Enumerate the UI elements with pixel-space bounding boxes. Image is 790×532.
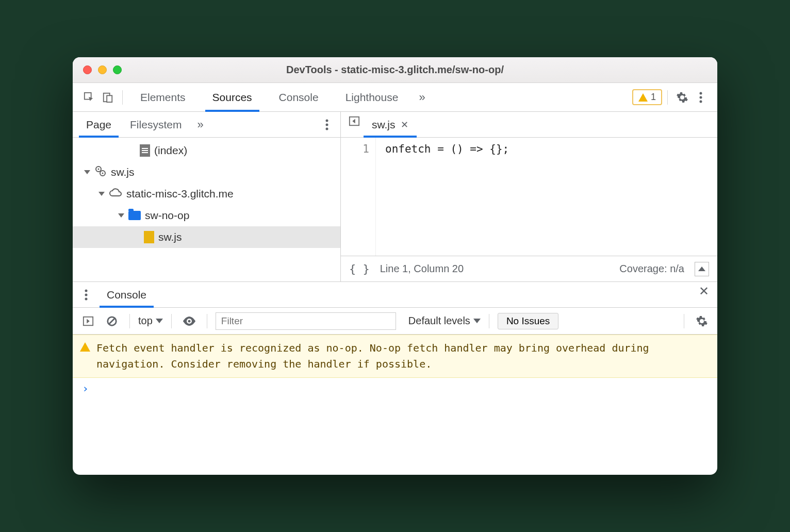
tree-label: sw.js bbox=[111, 166, 135, 178]
toggle-sidebar-icon[interactable] bbox=[79, 312, 97, 330]
svg-point-15 bbox=[85, 293, 88, 296]
coverage-label: Coverage: n/a bbox=[619, 263, 684, 275]
console-prompt[interactable]: › bbox=[73, 378, 717, 399]
devtools-window: DevTools - static-misc-3.glitch.me/sw-no… bbox=[73, 57, 717, 475]
editor-panel: sw.js ✕ 1 onfetch = () => {}; { } Line 1… bbox=[341, 112, 717, 281]
divider bbox=[171, 314, 172, 328]
svg-rect-2 bbox=[107, 95, 112, 102]
close-window-button[interactable] bbox=[83, 65, 92, 74]
tree-domain[interactable]: static-misc-3.glitch.me bbox=[73, 183, 340, 205]
dropdown-arrow-icon bbox=[156, 319, 163, 323]
js-file-icon bbox=[144, 231, 154, 243]
tree-label: sw.js bbox=[158, 231, 182, 243]
main-tabs: Elements Sources Console Lighthouse » bbox=[128, 83, 632, 111]
inspect-element-icon[interactable] bbox=[80, 88, 98, 107]
close-drawer-icon[interactable]: ✕ bbox=[695, 282, 713, 301]
warning-count: 1 bbox=[651, 92, 656, 103]
expand-arrow-icon[interactable] bbox=[84, 170, 90, 174]
document-icon bbox=[140, 144, 150, 157]
device-toolbar-icon[interactable] bbox=[98, 88, 117, 107]
console-toolbar: top Default levels No Issues bbox=[73, 308, 717, 335]
svg-point-7 bbox=[326, 123, 328, 126]
service-worker-icon bbox=[94, 165, 107, 180]
drawer-header: Console ✕ bbox=[73, 282, 717, 308]
main-toolbar: Elements Sources Console Lighthouse » 1 bbox=[73, 83, 717, 112]
zoom-window-button[interactable] bbox=[113, 65, 122, 74]
sources-panel: Page Filesystem » (index) bbox=[73, 112, 717, 282]
log-levels-selector[interactable]: Default levels bbox=[408, 315, 481, 327]
more-subtabs-button[interactable]: » bbox=[191, 112, 209, 137]
tab-elements[interactable]: Elements bbox=[128, 83, 198, 111]
console-warning-message[interactable]: Fetch event handler is recognized as no-… bbox=[73, 335, 717, 378]
svg-point-8 bbox=[326, 127, 328, 130]
more-options-icon[interactable] bbox=[692, 88, 710, 107]
svg-point-11 bbox=[98, 168, 100, 170]
cursor-position: Line 1, Column 20 bbox=[380, 263, 464, 275]
svg-point-20 bbox=[188, 320, 190, 322]
file-tree: (index) sw.js static-mis bbox=[73, 138, 340, 281]
tab-lighthouse[interactable]: Lighthouse bbox=[333, 83, 411, 111]
navigator-panel: Page Filesystem » (index) bbox=[73, 112, 341, 281]
editor-status-bar: { } Line 1, Column 20 Coverage: n/a bbox=[341, 256, 717, 281]
subtab-filesystem[interactable]: Filesystem bbox=[121, 112, 191, 137]
drawer-tab-console[interactable]: Console bbox=[95, 282, 158, 307]
tree-worker-swjs[interactable]: sw.js bbox=[73, 161, 340, 183]
console-settings-icon[interactable] bbox=[693, 312, 711, 330]
dropdown-arrow-icon bbox=[473, 319, 481, 323]
toggle-navigator-icon[interactable] bbox=[345, 112, 364, 130]
context-selector[interactable]: top bbox=[138, 315, 163, 327]
cloud-icon bbox=[109, 188, 122, 201]
code-editor[interactable]: 1 onfetch = () => {}; bbox=[341, 138, 717, 256]
traffic-lights bbox=[73, 65, 122, 74]
svg-line-19 bbox=[109, 318, 115, 324]
divider bbox=[489, 314, 489, 328]
editor-tab-label: sw.js bbox=[372, 119, 396, 131]
tree-file-swjs[interactable]: sw.js bbox=[73, 226, 340, 248]
svg-point-12 bbox=[102, 172, 104, 174]
collapse-bottom-icon[interactable] bbox=[695, 262, 709, 276]
live-expression-icon[interactable] bbox=[180, 312, 199, 330]
svg-point-14 bbox=[85, 289, 88, 292]
code-line: onfetch = () => {}; bbox=[385, 143, 509, 155]
tab-sources[interactable]: Sources bbox=[200, 83, 265, 111]
tree-file-index[interactable]: (index) bbox=[73, 140, 340, 161]
pretty-print-icon[interactable]: { } bbox=[349, 262, 370, 275]
divider bbox=[122, 90, 123, 105]
folder-icon bbox=[128, 211, 141, 220]
subtab-page[interactable]: Page bbox=[77, 112, 121, 137]
divider bbox=[684, 314, 684, 328]
expand-arrow-icon[interactable] bbox=[118, 213, 124, 218]
expand-arrow-icon[interactable] bbox=[98, 192, 105, 196]
svg-point-4 bbox=[700, 96, 702, 98]
filter-input[interactable] bbox=[216, 312, 396, 330]
tree-folder-swnoop[interactable]: sw-no-op bbox=[73, 205, 340, 226]
line-gutter: 1 bbox=[341, 138, 376, 256]
levels-label: Default levels bbox=[408, 315, 470, 327]
divider bbox=[207, 314, 207, 328]
settings-icon[interactable] bbox=[673, 88, 692, 107]
close-tab-icon[interactable]: ✕ bbox=[401, 119, 408, 130]
console-messages: Fetch event handler is recognized as no-… bbox=[73, 335, 717, 475]
line-number: 1 bbox=[347, 143, 369, 155]
navigator-more-icon[interactable] bbox=[318, 112, 336, 137]
warnings-badge[interactable]: 1 bbox=[632, 89, 662, 105]
divider bbox=[129, 314, 130, 328]
titlebar: DevTools - static-misc-3.glitch.me/sw-no… bbox=[73, 57, 717, 83]
divider bbox=[667, 90, 668, 105]
code-content[interactable]: onfetch = () => {}; bbox=[376, 138, 518, 256]
window-title: DevTools - static-misc-3.glitch.me/sw-no… bbox=[73, 64, 717, 76]
issues-button[interactable]: No Issues bbox=[498, 313, 558, 329]
svg-point-3 bbox=[700, 92, 702, 94]
svg-point-5 bbox=[700, 100, 702, 103]
svg-point-6 bbox=[326, 119, 328, 122]
tab-console[interactable]: Console bbox=[267, 83, 331, 111]
navigator-tabs: Page Filesystem » bbox=[73, 112, 340, 138]
drawer-more-icon[interactable] bbox=[77, 282, 95, 307]
tree-label: (index) bbox=[154, 144, 187, 157]
context-label: top bbox=[138, 315, 153, 327]
more-tabs-button[interactable]: » bbox=[413, 83, 431, 111]
clear-console-icon[interactable] bbox=[103, 312, 121, 330]
minimize-window-button[interactable] bbox=[98, 65, 107, 74]
editor-tabs: sw.js ✕ bbox=[341, 112, 717, 138]
editor-tab-swjs[interactable]: sw.js ✕ bbox=[364, 112, 417, 137]
